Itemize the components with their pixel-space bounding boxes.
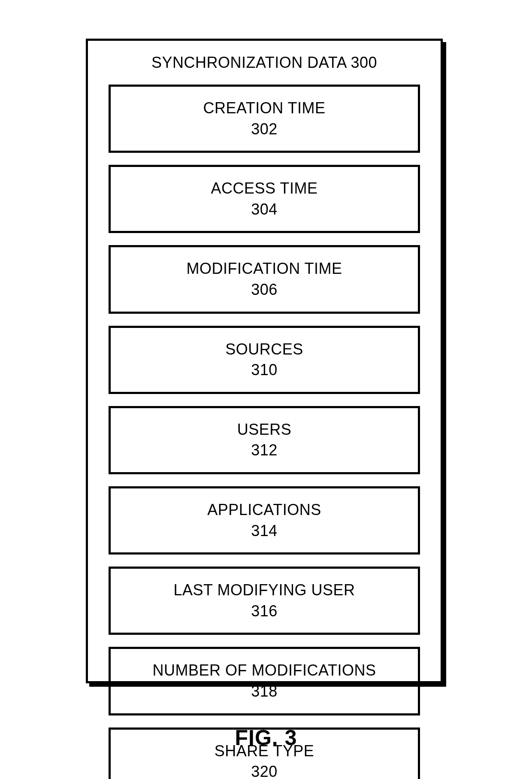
item-ref: 302	[115, 119, 414, 140]
item-ref: 306	[115, 279, 414, 300]
item-label: NUMBER OF MODIFICATIONS	[115, 660, 414, 681]
item-label: USERS	[115, 419, 414, 440]
item-ref: 320	[115, 761, 414, 779]
item-ref: 316	[115, 601, 414, 622]
item-label: MODIFICATION TIME	[115, 258, 414, 279]
item-ref: 318	[115, 681, 414, 702]
item-label: APPLICATIONS	[115, 500, 414, 521]
item-label: LAST MODIFYING USER	[115, 580, 414, 601]
sources-box: SOURCES 310	[109, 326, 420, 394]
item-label: CREATION TIME	[115, 98, 414, 119]
diagram-container: SYNCHRONIZATION DATA 300 CREATION TIME 3…	[86, 39, 446, 687]
item-ref: 312	[115, 440, 414, 461]
item-ref: 304	[115, 199, 414, 220]
number-of-modifications-box: NUMBER OF MODIFICATIONS 318	[109, 647, 420, 715]
synchronization-data-box: SYNCHRONIZATION DATA 300 CREATION TIME 3…	[86, 39, 443, 683]
creation-time-box: CREATION TIME 302	[109, 85, 420, 153]
item-ref: 310	[115, 360, 414, 381]
modification-time-box: MODIFICATION TIME 306	[109, 245, 420, 313]
last-modifying-user-box: LAST MODIFYING USER 316	[109, 567, 420, 635]
figure-caption: FIG. 3	[0, 725, 532, 750]
item-label: ACCESS TIME	[115, 178, 414, 199]
item-ref: 314	[115, 521, 414, 542]
access-time-box: ACCESS TIME 304	[109, 165, 420, 233]
diagram-title: SYNCHRONIZATION DATA 300	[109, 54, 420, 72]
item-label: SOURCES	[115, 339, 414, 360]
users-box: USERS 312	[109, 406, 420, 474]
applications-box: APPLICATIONS 314	[109, 486, 420, 555]
